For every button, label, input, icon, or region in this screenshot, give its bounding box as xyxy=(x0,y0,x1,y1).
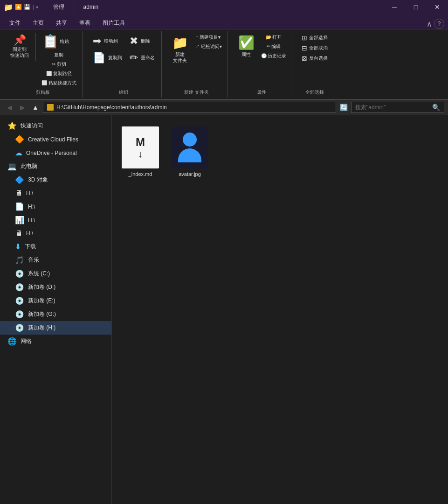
new-folder-icon: 📁 xyxy=(172,35,188,50)
cut-label: ✂ 剪切 xyxy=(52,61,66,68)
sidebar-system-c-label: 系统 (C:) xyxy=(28,270,50,278)
cut-button[interactable]: ✂ 剪切 xyxy=(40,60,78,69)
deselect-all-button[interactable]: ⊟ 全部取消 xyxy=(300,43,330,53)
forward-button[interactable]: ▶ xyxy=(17,102,28,113)
sidebar-item-creative-cloud[interactable]: 🔶 Creative Cloud Files xyxy=(0,133,111,146)
close-button[interactable]: ✕ xyxy=(427,0,448,14)
open-button[interactable]: 📂 打开 xyxy=(259,33,289,42)
deselect-label: 全部取消 xyxy=(309,45,328,51)
sidebar-network-label: 网络 xyxy=(21,337,32,345)
open-edit-col: 📂 打开 ✏ 编辑 🕐 历史记录 xyxy=(259,33,289,60)
sidebar-item-onedrive[interactable]: ☁ OneDrive - Personal xyxy=(0,146,111,160)
tab-share[interactable]: 共享 xyxy=(50,17,73,29)
select-group-content: ⊞ 全部选择 ⊟ 全部取消 ⊠ 反向选择 xyxy=(300,33,330,87)
sidebar-item-this-pc[interactable]: 💻 此电脑 xyxy=(0,160,111,173)
sidebar-item-vol-d[interactable]: 💿 新加卷 (D:) xyxy=(0,280,111,294)
toolbar-icon-2[interactable]: 💾 xyxy=(24,4,31,10)
copy-to-button[interactable]: 📄 复制到 xyxy=(90,50,125,66)
tab-home[interactable]: 主页 xyxy=(27,17,49,29)
sidebar-item-h4[interactable]: 🖥 H:\ xyxy=(0,227,111,240)
copy-button[interactable]: 复制 xyxy=(40,51,78,59)
onedrive-icon: ☁ xyxy=(15,148,22,157)
sidebar-item-h1[interactable]: 🖥 H:\ xyxy=(0,187,111,200)
invert-selection-button[interactable]: ⊠ 反向选择 xyxy=(300,54,330,63)
disk-icon-d: 💿 xyxy=(15,283,24,292)
toolbar-icon-1[interactable]: 🔼 xyxy=(15,4,22,10)
toolbar-dropdown[interactable]: ▾ xyxy=(36,5,38,10)
select-all-button[interactable]: ⊞ 全部选择 xyxy=(300,33,330,42)
up-button[interactable]: ▲ xyxy=(30,102,41,113)
md-thumbnail: M ↓ xyxy=(122,126,159,168)
copy-paste-col: 📋 粘贴 复制 ✂ 剪切 ⬜ 复制路径 xyxy=(40,33,78,87)
rename-button[interactable]: ✏ 重命名 xyxy=(127,50,158,66)
back-button[interactable]: ◀ xyxy=(4,102,15,113)
ribbon-collapse-button[interactable]: ∧ xyxy=(427,20,432,28)
sidebar-item-vol-g[interactable]: 💿 新加卷 (G:) xyxy=(0,308,111,321)
copy-label: 复制 xyxy=(54,52,63,58)
computer-icon: 💻 xyxy=(7,162,17,171)
search-icon[interactable]: 🔍 xyxy=(432,104,440,111)
search-input[interactable] xyxy=(355,104,430,111)
network-icon: 🌐 xyxy=(7,337,17,346)
file-item-index-md[interactable]: M ↓ _index.md xyxy=(119,123,161,181)
sidebar-item-3d-objects[interactable]: 🔷 3D 对象 xyxy=(0,173,111,187)
move-to-button[interactable]: ➡ 移动到 xyxy=(90,33,125,49)
new-item-label: ↑ 新建项目▾ xyxy=(196,34,221,41)
tab-image-tools[interactable]: 图片工具 xyxy=(97,17,131,29)
edit-button[interactable]: ✏ 编辑 xyxy=(259,42,289,51)
help-button[interactable]: ? xyxy=(434,19,444,29)
refresh-button[interactable]: 🔄 xyxy=(338,102,349,113)
disk-icon-e: 💿 xyxy=(15,296,24,305)
sidebar-item-music[interactable]: 🎵 音乐 xyxy=(0,253,111,267)
copy-path-button[interactable]: ⬜ 复制路径 xyxy=(40,70,78,78)
tab-guanli[interactable]: 管理 xyxy=(44,0,74,14)
new-folder-button[interactable]: 📁 新建文件夹 xyxy=(169,33,191,65)
sidebar-item-h3[interactable]: 📊 H:\ xyxy=(0,213,111,227)
new-item-button[interactable]: ↑ 新建项目▾ xyxy=(193,33,224,42)
select-group: ⊞ 全部选择 ⊟ 全部取消 ⊠ 反向选择 全部选择 xyxy=(296,31,333,98)
properties-icon: ✅ xyxy=(238,35,255,50)
address-bar: ◀ ▶ ▲ H:\GitHub\Homepage\content\authors… xyxy=(0,99,448,115)
history-button[interactable]: 🕐 历史记录 xyxy=(259,52,289,60)
tab-file[interactable]: 文件 xyxy=(4,17,26,29)
3d-icon: 🔷 xyxy=(15,175,24,184)
maximize-button[interactable]: □ xyxy=(405,0,427,14)
sidebar-item-system-c[interactable]: 💿 系统 (C:) xyxy=(0,267,111,280)
main-layout: ⭐ 快速访问 🔶 Creative Cloud Files ☁ OneDrive… xyxy=(0,115,448,504)
copy-to-icon: 📄 xyxy=(93,52,105,64)
select-all-icon: ⊞ xyxy=(302,34,307,42)
minimize-button[interactable]: ─ xyxy=(384,0,405,14)
easy-access-button[interactable]: ↗ 轻松访问▾ xyxy=(193,42,224,51)
md-arrow-icon: ↓ xyxy=(138,149,143,160)
select-all-label: 全部选择 xyxy=(309,35,328,41)
pin-to-quick-access-button[interactable]: 📌 固定到快速访问 xyxy=(7,33,32,60)
sidebar-item-vol-e[interactable]: 💿 新加卷 (E:) xyxy=(0,294,111,308)
tab-admin[interactable]: admin xyxy=(74,0,108,14)
sidebar-item-quick-access[interactable]: ⭐ 快速访问 xyxy=(0,119,111,133)
sidebar-h1-label: H:\ xyxy=(26,190,33,196)
sidebar-creative-cloud-label: Creative Cloud Files xyxy=(28,136,78,143)
md-filename: _index.md xyxy=(129,171,152,177)
disk-icon-c: 💿 xyxy=(15,269,24,278)
invert-icon: ⊠ xyxy=(302,55,307,62)
sidebar-item-downloads[interactable]: ⬇ 下载 xyxy=(0,240,111,253)
folder-icon xyxy=(47,104,54,111)
music-icon: 🎵 xyxy=(15,256,24,265)
sidebar-item-vol-h[interactable]: 💿 新加卷 (H:) xyxy=(0,321,111,335)
address-path[interactable]: H:\GitHub\Homepage\content\authors\admin xyxy=(43,102,336,113)
rename-label: 重命名 xyxy=(141,55,155,61)
sidebar-item-network[interactable]: 🌐 网络 xyxy=(0,335,111,348)
delete-button[interactable]: ✖ 删除 xyxy=(127,33,158,49)
paste-shortcut-button[interactable]: ⬜ 粘贴快捷方式 xyxy=(40,79,78,87)
sidebar-vol-d-label: 新加卷 (D:) xyxy=(28,283,55,291)
search-box: 🔍 xyxy=(351,102,444,113)
ribbon: 文件 主页 共享 查看 图片工具 ∧ ? 📌 固定到快速访问 📋 粘贴 xyxy=(0,14,448,99)
sidebar-h4-label: H:\ xyxy=(26,230,33,237)
file-item-avatar[interactable]: avatar.jpg xyxy=(169,123,211,181)
sidebar-item-h2[interactable]: 📄 H:\ xyxy=(0,200,111,213)
properties-button[interactable]: ✅ 属性 xyxy=(235,33,257,60)
sidebar-vol-e-label: 新加卷 (E:) xyxy=(28,297,55,305)
paste-icon: 📋 xyxy=(42,35,59,48)
paste-button[interactable]: 📋 粘贴 xyxy=(40,33,78,50)
tab-view[interactable]: 查看 xyxy=(74,17,96,29)
